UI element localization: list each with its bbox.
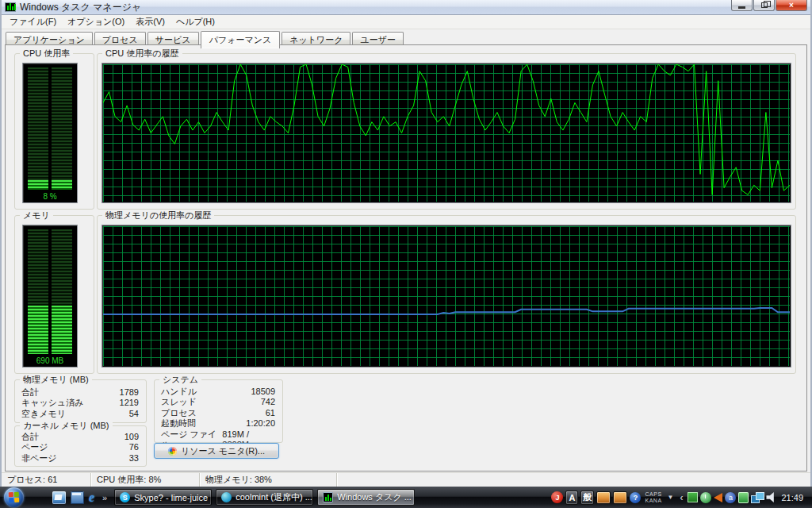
kernel-memory-title: カーネル メモリ (MB) [20,420,113,432]
task-manager-window: Windows タスク マネージャ × ファイル(F) オプション(O) 表示(… [0,0,812,487]
ime-conversion-mode-button[interactable]: 般 [580,491,594,505]
stat-row: プロセス61 [161,408,275,418]
minimize-icon [738,6,745,9]
tray-scheduler-icon[interactable] [700,492,711,503]
cpu-history-graph [102,63,791,203]
cpu-gauge-column [52,67,72,190]
skype-icon: S [120,492,130,502]
messenger-icon [221,492,232,502]
close-icon: × [789,2,794,10]
tray-horn-icon[interactable] [714,493,722,502]
status-cpu-usage: CPU 使用率: 8% [91,473,200,487]
cpu-usage-group: CPU 使用率 8 % [14,53,94,210]
physical-memory-group: 物理メモリ (MB) 合計1789 キャッシュ済み1219 空きメモリ54 [14,379,147,423]
ime-input-mode-button[interactable]: A [565,491,578,505]
tray-updater-icon[interactable]: a [725,492,736,503]
status-bar: プロセス: 61 CPU 使用率: 8% 物理メモリ: 38% [2,472,810,487]
tab-performance[interactable]: パフォーマンス [201,31,281,48]
memory-gauge-value: 690 MB [23,356,77,365]
window-title: Windows タスク マネージャ [20,1,141,14]
ime-pad-icon[interactable] [596,491,611,504]
stat-row: 合計109 [21,432,139,442]
cpu-history-label: CPU 使用率の履歴 [102,48,182,60]
system-group: システム ハンドル18509 スレッド742 プロセス61 起動時間1:20:2… [154,379,283,443]
status-processes: プロセス: 61 [2,473,91,487]
ime-help-icon[interactable]: ? [630,492,641,503]
system-tray: J A 般 ? CAPS KANA ▼ ‹ a 21:49 [551,491,812,505]
memory-graph-line [103,226,790,366]
taskbar-button-skype[interactable]: S Skype? - lime-juice [114,489,212,506]
performance-tab-page: CPU 使用率 8 % CPU 使用率の履歴 メモリ 690 MB 物理メ [5,44,807,471]
stat-row: ハンドル18509 [161,387,275,397]
stat-row: ページ76 [21,442,139,452]
memory-label: メモリ [20,210,53,221]
resource-monitor-icon [168,447,177,456]
stat-row: 空きメモリ54 [21,409,139,419]
resource-monitor-button[interactable]: リソース モニタ(R)... [154,443,279,459]
show-desktop-icon[interactable] [52,491,66,504]
taskbar: e » S Skype? - lime-juice coolmint (退席中)… [0,487,812,508]
cpu-usage-label: CPU 使用率 [20,48,73,60]
memory-group: メモリ 690 MB [14,215,94,374]
memory-history-group: 物理メモリの使用率の履歴 [97,215,796,374]
menu-help[interactable]: ヘルプ(H) [170,15,220,29]
menu-view[interactable]: 表示(V) [130,15,170,29]
tray-power-icon[interactable] [738,492,749,503]
ime-dictionary-icon[interactable] [613,491,627,504]
stat-row: スレッド742 [161,397,275,407]
stat-row: キャッシュ済み1219 [21,398,139,408]
network-status-icon[interactable] [751,492,764,503]
memory-gauge-column [28,229,48,354]
memory-gauge-column [52,229,72,354]
cpu-usage-value: 8 % [23,192,77,201]
taskbar-button-label: Skype? - lime-juice [134,493,208,502]
quick-launch-overflow-chevron[interactable]: » [99,493,110,502]
stat-row: 非ページ33 [21,453,139,464]
task-manager-icon [323,492,333,502]
cpu-history-group: CPU 使用率の履歴 [97,53,796,210]
cpu-gauge-column [28,67,48,190]
stat-row: 合計1789 [21,387,139,398]
memory-gauge: 690 MB [22,225,78,368]
start-button[interactable] [0,487,27,508]
window-switcher-icon[interactable] [71,491,84,504]
resource-monitor-label: リソース モニタ(R)... [181,445,265,457]
task-manager-app-icon [5,2,16,12]
close-button[interactable]: × [776,0,807,11]
system-title: システム [159,374,201,386]
taskbar-button-coolmint[interactable]: coolmint (退席中) ... [216,489,313,506]
volume-icon[interactable] [766,492,776,502]
quick-launch-bar: e » [52,491,110,504]
cpu-graph-line [103,64,790,202]
windows-logo-icon [4,487,24,507]
kernel-memory-group: カーネル メモリ (MB) 合計109 ページ76 非ページ33 [14,425,147,467]
menu-options[interactable]: オプション(O) [62,15,130,29]
menu-file[interactable]: ファイル(F) [4,15,62,29]
security-tray-icon[interactable]: J [551,491,563,503]
ime-options-caret-icon[interactable]: ▼ [666,494,676,501]
title-bar[interactable]: Windows タスク マネージャ × [2,0,810,15]
restore-icon [761,2,768,8]
stat-row: 起動時間1:20:20 [161,418,275,429]
tray-green-app-icon[interactable] [688,492,698,502]
memory-history-label: 物理メモリの使用率の履歴 [102,210,214,221]
internet-explorer-icon[interactable]: e [89,491,94,504]
ime-state-indicator: CAPS KANA [643,491,663,504]
memory-history-graph [102,225,791,368]
cpu-usage-gauge: 8 % [22,63,78,203]
taskbar-button-label: coolmint (退席中) ... [236,491,312,503]
taskbar-button-task-manager[interactable]: Windows タスク ... [317,489,415,506]
taskbar-clock[interactable]: 21:49 [779,493,808,502]
minimize-button[interactable] [731,0,753,11]
status-physical-memory: 物理メモリ: 38% [200,473,337,487]
restore-button[interactable] [753,0,775,11]
taskbar-button-label: Windows タスク ... [337,491,412,503]
menu-bar: ファイル(F) オプション(O) 表示(V) ヘルプ(H) [2,15,810,29]
physical-memory-title: 物理メモリ (MB) [20,374,92,386]
tray-expand-chevron-icon[interactable]: ‹ [677,492,685,503]
